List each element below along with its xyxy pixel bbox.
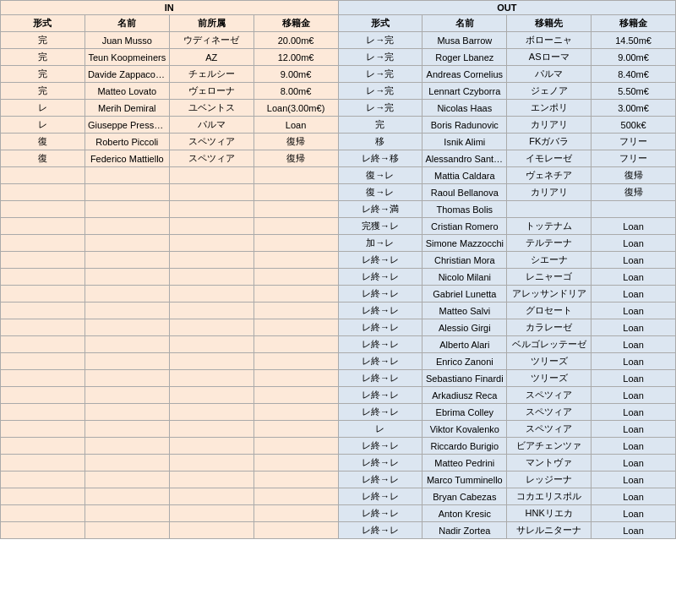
in-cell-type [1,184,85,201]
out-col-dest: 移籍先 [507,15,592,32]
out-cell-fee: Loan [592,370,676,387]
in-cell-prev [169,218,254,235]
in-cell-prev [169,319,254,336]
table-row: レ終→レMatteo PedriniマントヴァLoan [1,455,676,472]
out-cell-dest: コカエリスポル [507,488,592,505]
in-cell-type [1,404,85,421]
out-cell-name: Roger Lbanez [422,49,507,66]
out-cell-type: レ→完 [338,83,422,100]
in-cell-type [1,387,85,404]
in-cell-fee [254,353,338,370]
in-cell-fee [254,505,338,522]
in-cell-name [84,404,169,421]
in-cell-type: 完 [1,66,85,83]
in-cell-type: 完 [1,83,85,100]
out-cell-type: 復→レ [338,167,422,184]
in-cell-fee [254,319,338,336]
table-row: レ終→レSebastiano FinardiツリーズLoan [1,370,676,387]
in-cell-name [84,438,169,455]
in-cell-fee: 20.00m€ [254,32,338,49]
in-cell-prev [169,184,254,201]
in-cell-fee [254,167,338,184]
out-cell-name: Arkadiusz Reca [422,387,507,404]
out-cell-type: レ→完 [338,32,422,49]
out-col-name: 名前 [422,15,507,32]
in-cell-prev [169,404,254,421]
in-cell-name: Juan Musso [84,32,169,49]
in-cell-name: Federico Mattiello [84,150,169,167]
out-cell-dest: サレルニターナ [507,522,592,539]
in-cell-fee [254,252,338,269]
out-cell-type: レ終→レ [338,488,422,505]
table-row: レ終→レNicolo MilaniレニャーゴLoan [1,269,676,286]
out-cell-fee: Loan [592,387,676,404]
out-cell-name: Anton Kresic [422,505,507,522]
table-row: レViktor KovalenkoスペツィアLoan [1,421,676,438]
table-row: レ終→レAnton KresicHNKリエカLoan [1,505,676,522]
out-cell-fee: 5.50m€ [592,83,676,100]
out-cell-fee: Loan [592,286,676,303]
in-cell-name: Merih Demiral [84,100,169,117]
in-cell-fee: 12.00m€ [254,49,338,66]
out-cell-type: レ終→レ [338,252,422,269]
in-col-prev: 前所属 [169,15,254,32]
in-cell-name [84,286,169,303]
out-cell-fee: フリー [592,134,676,150]
out-cell-fee: Loan [592,269,676,286]
transfer-table: IN OUT 形式 名前 前所属 移籍金 形式 名前 移籍先 移籍金 完Juan… [0,0,676,539]
in-cell-prev [169,235,254,252]
table-row: 完獲→レCristian RomeroトッテナムLoan [1,218,676,235]
in-cell-name [84,201,169,218]
in-cell-type: 完 [1,49,85,66]
in-cell-name [84,269,169,286]
in-cell-prev: スペツィア [169,134,254,150]
in-cell-prev [169,336,254,353]
in-cell-prev [169,269,254,286]
in-cell-prev [169,505,254,522]
out-cell-name: Ebrima Colley [422,404,507,421]
out-cell-type: 加→レ [338,235,422,252]
in-cell-type [1,522,85,539]
in-cell-name: Matteo Lovato [84,83,169,100]
out-cell-dest: グロセート [507,303,592,319]
out-cell-type: レ終→レ [338,370,422,387]
in-cell-prev: パルマ [169,117,254,134]
out-cell-dest: スペツィア [507,421,592,438]
in-cell-type [1,319,85,336]
in-cell-fee [254,201,338,218]
out-cell-name: Riccardo Burigio [422,438,507,455]
table-row: レ終→レChristian MoraシエーナLoan [1,252,676,269]
table-row: 復→レRaoul Bellanovaカリアリ復帰 [1,184,676,201]
in-cell-fee: Loan(3.00m€) [254,100,338,117]
in-cell-fee: 復帰 [254,150,338,167]
in-cell-type: 復 [1,150,85,167]
in-cell-fee [254,218,338,235]
in-cell-type [1,421,85,438]
out-cell-name: Nicolas Haas [422,100,507,117]
table-row: レ終→レMarco TumminelloレッジーナLoan [1,472,676,488]
out-col-fee: 移籍金 [592,15,676,32]
out-cell-name: Nicolo Milani [422,269,507,286]
in-cell-type [1,235,85,252]
out-cell-type: レ終→レ [338,336,422,353]
in-cell-name [84,218,169,235]
out-cell-type: レ終→レ [338,472,422,488]
out-cell-name: Sebastiano Finardi [422,370,507,387]
in-cell-name [84,421,169,438]
in-cell-prev [169,201,254,218]
in-cell-type [1,438,85,455]
out-cell-name: Simone Mazzocchi [422,235,507,252]
in-cell-prev: ユベントス [169,100,254,117]
out-cell-dest: トッテナム [507,218,592,235]
table-row: レ終→満Thomas Bolis [1,201,676,218]
in-cell-fee [254,472,338,488]
out-cell-fee: 500k€ [592,117,676,134]
out-col-type: 形式 [338,15,422,32]
out-cell-type: レ終→レ [338,438,422,455]
table-row: 加→レSimone MazzocchiテルテーナLoan [1,235,676,252]
out-cell-fee: Loan [592,455,676,472]
out-cell-type: レ終→レ [338,387,422,404]
in-cell-fee [254,438,338,455]
in-cell-prev [169,488,254,505]
in-cell-prev [169,522,254,539]
